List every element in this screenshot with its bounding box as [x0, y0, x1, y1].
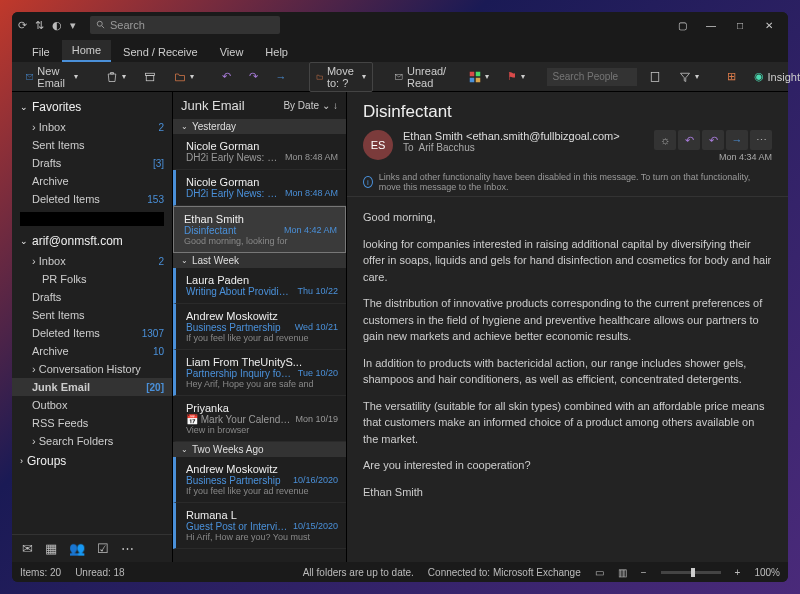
nav-item-label: › Search Folders	[32, 435, 113, 447]
nav-item[interactable]: › Conversation History	[12, 360, 172, 378]
redo-button[interactable]: ↷	[243, 67, 264, 86]
undo-button[interactable]: ↶	[216, 67, 237, 86]
statusbar: Items: 20 Unread: 18 All folders are up …	[12, 562, 788, 582]
nav-item[interactable]: Drafts[3]	[12, 154, 172, 172]
view-reading-icon[interactable]: ▥	[618, 567, 627, 578]
forward-button[interactable]: →	[726, 130, 748, 150]
flag-button[interactable]: ⚑▾	[501, 67, 531, 86]
tab-view[interactable]: View	[210, 42, 254, 62]
zoom-out-icon[interactable]: −	[641, 567, 647, 578]
message-item[interactable]: Liam From TheUnityS...Partnership Inquir…	[173, 350, 346, 396]
status-connected: Connected to: Microsoft Exchange	[428, 567, 581, 578]
svg-rect-4	[146, 75, 154, 80]
info-icon: i	[363, 176, 373, 188]
message-item[interactable]: Nicole GormanDH2i Early News: DxOdyssey …	[173, 134, 346, 170]
nav-item[interactable]: Deleted Items1307	[12, 324, 172, 342]
svg-line-1	[102, 26, 105, 29]
body-paragraph: Ethan Smith	[363, 484, 772, 501]
message-item[interactable]: Priyanka📅 Mark Your Calendars to M...Mon…	[173, 396, 346, 442]
message-time: Mon 10/19	[295, 414, 338, 425]
message-preview: If you feel like your ad revenue	[186, 333, 338, 343]
new-email-button[interactable]: New Email ▾	[20, 62, 84, 92]
nav-item[interactable]: Deleted Items153	[12, 190, 172, 208]
tab-file[interactable]: File	[22, 42, 60, 62]
message-preview: Hi Arif, How are you? You must	[186, 532, 338, 542]
nav-item[interactable]: Sent Items	[12, 136, 172, 154]
tab-send-receive[interactable]: Send / Receive	[113, 42, 208, 62]
sun-icon[interactable]: ☼	[654, 130, 676, 150]
list-group-header[interactable]: ⌄Last Week	[173, 253, 346, 268]
mail-icon[interactable]: ✉	[22, 541, 33, 556]
more-actions-button[interactable]: ⋯	[750, 130, 772, 150]
close-button[interactable]: ✕	[756, 15, 782, 35]
move-to-button[interactable]: Move to: ? ▾	[309, 62, 374, 92]
search-people-input[interactable]	[547, 68, 637, 86]
tab-help[interactable]: Help	[255, 42, 298, 62]
nav-item[interactable]: Outbox	[12, 396, 172, 414]
calendar-icon[interactable]: ▦	[45, 541, 57, 556]
view-normal-icon[interactable]: ▭	[595, 567, 604, 578]
message-item[interactable]: Andrew MoskowitzBusiness Partnership10/1…	[173, 457, 346, 503]
message-item[interactable]: Ethan SmithDisinfectantMon 4:42 AMGood m…	[173, 206, 346, 253]
message-item[interactable]: Laura PadenWriting About Providing To...…	[173, 268, 346, 304]
maximize-button[interactable]: □	[727, 15, 753, 35]
sync-icon[interactable]: ⇅	[35, 19, 44, 32]
nav-item[interactable]: › Search Folders	[12, 432, 172, 450]
address-book-button[interactable]	[643, 68, 667, 86]
nav-item[interactable]: › Inbox2	[12, 118, 172, 136]
message-from: Nicole Gorman	[186, 176, 338, 188]
delete-button[interactable]: ▾	[100, 68, 132, 86]
app-window: ⟳ ⇅ ◐ ▾ Search ▢ — □ ✕ FileHomeSend / Re…	[12, 12, 788, 582]
ribbon-options-icon[interactable]: ▢	[669, 15, 695, 35]
status-sync: All folders are up to date.	[303, 567, 414, 578]
next-button[interactable]: →	[270, 68, 293, 86]
message-time: Mon 8:48 AM	[285, 152, 338, 163]
new-email-label: New Email	[37, 65, 69, 89]
tasks-icon[interactable]: ☑	[97, 541, 109, 556]
nav-item[interactable]: Junk Email[20]	[12, 378, 172, 396]
nav-header[interactable]: ⌄arif@onmsft.com	[12, 230, 172, 252]
sender-line: Ethan Smith <ethan.smith@fullbizgoal.com…	[403, 130, 644, 142]
nav-item[interactable]: › Inbox2	[12, 252, 172, 270]
nav-item[interactable]: Archive	[12, 172, 172, 190]
nav-item[interactable]: PR Folks	[12, 270, 172, 288]
people-icon[interactable]: 👥	[69, 541, 85, 556]
nav-item[interactable]: Drafts	[12, 288, 172, 306]
list-group-header[interactable]: ⌄Two Weeks Ago	[173, 442, 346, 457]
nav-item[interactable]: Archive10	[12, 342, 172, 360]
message-subject-preview: Business Partnership	[186, 475, 289, 486]
open-folder-button[interactable]: ▾	[168, 68, 200, 86]
insights-button[interactable]: ◉ Insights	[748, 67, 800, 86]
message-item[interactable]: Nicole GormanDH2i Early News: DxOdysse..…	[173, 170, 346, 206]
minimize-button[interactable]: —	[698, 15, 724, 35]
sort-button[interactable]: By Date ⌄ ↓	[283, 100, 338, 111]
message-item[interactable]: Andrew MoskowitzBusiness PartnershipWed …	[173, 304, 346, 350]
global-search[interactable]: Search	[90, 16, 280, 34]
tab-home[interactable]: Home	[62, 40, 111, 62]
reply-button[interactable]: ↶	[678, 130, 700, 150]
svg-rect-8	[469, 77, 474, 82]
message-subject-preview: Business Partnership	[186, 322, 291, 333]
categorize-button[interactable]: ▾	[463, 68, 495, 86]
nav-item[interactable]: Sent Items	[12, 306, 172, 324]
nav-header[interactable]: ›Groups	[12, 450, 172, 472]
addins-button[interactable]: ⊞	[721, 67, 742, 86]
body-paragraph: The distribution of innovative products …	[363, 295, 772, 345]
reply-all-button[interactable]: ↶	[702, 130, 724, 150]
archive-button[interactable]	[138, 68, 162, 86]
chevron-down-icon: ⌄	[20, 102, 28, 112]
zoom-in-icon[interactable]: +	[735, 567, 741, 578]
list-group-header[interactable]: ⌄Yesterday	[173, 119, 346, 134]
nav-header[interactable]: ⌄Favorites	[12, 96, 172, 118]
message-item[interactable]: Rumana LGuest Post or Interview opp...10…	[173, 503, 346, 549]
refresh-icon[interactable]: ⟳	[18, 19, 27, 32]
message-subject-preview: Disinfectant	[184, 225, 280, 236]
filter-button[interactable]: ▾	[673, 68, 705, 86]
nav-item[interactable]: RSS Feeds	[12, 414, 172, 432]
zoom-slider[interactable]	[661, 571, 721, 574]
more-nav-icon[interactable]: ⋯	[121, 541, 134, 556]
dropdown-icon[interactable]: ▾	[70, 19, 76, 32]
unread-read-button[interactable]: Unread/ Read	[389, 62, 456, 92]
message-preview: Hey Arif, Hope you are safe and	[186, 379, 338, 389]
user-icon[interactable]: ◐	[52, 19, 62, 32]
